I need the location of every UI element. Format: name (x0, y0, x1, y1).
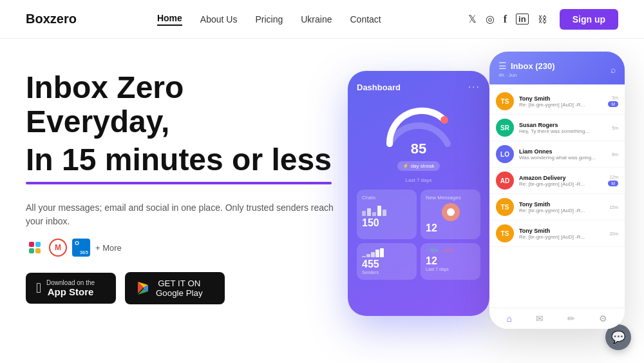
inbox-time: 8m (612, 152, 618, 157)
stats-row-2: 455 Senders ↑ 70% ↓ 30% 12 Last 7 days (357, 243, 480, 280)
contact-name: Susan Rogers (519, 122, 607, 128)
inbox-meta: 3m M (608, 95, 618, 107)
inbox-meta: 5m (612, 126, 618, 130)
contact-name: Tony Smith (519, 95, 603, 102)
inbox-time: 20m (609, 231, 618, 236)
gmail-icon: M (49, 239, 67, 257)
inbox-item[interactable]: SR Susan Rogers Hey, Ty there was someth… (489, 115, 625, 141)
appstore-text: Download on the App Store (46, 279, 95, 297)
phone-bottom-nav: ⌂ ✉ ✏ ⚙ (489, 308, 625, 329)
inbox-time: 12m (609, 175, 618, 179)
nav-pricing[interactable]: Pricing (255, 14, 283, 25)
avatar: AD (496, 172, 514, 190)
stat-last7-value: 12 (426, 255, 475, 267)
hero-phones: Dashboard ··· 85 (335, 58, 618, 363)
instagram-icon[interactable]: ◎ (486, 13, 495, 25)
avatar: TS (496, 92, 514, 110)
message-preview: Re: [br-gm-ygren] [AuD] -R... (519, 102, 603, 108)
stat-last7-label: Last 7 days (426, 267, 475, 271)
gauge: 85 ⚡ day streak (357, 102, 480, 171)
inbox-subtitle: 4h · Jun (498, 72, 555, 78)
stat-senders-label: Senders (362, 270, 412, 275)
inbox-search-icon[interactable]: ⌕ (611, 64, 616, 75)
avatar: LO (496, 145, 514, 163)
stats-row-1: Chats 150 New Me (357, 190, 480, 239)
inbox-content: Liam Onnes Was wondering what was going.… (519, 148, 607, 161)
inbox-header: ☰ Inbox (230) 4h · Jun ⌕ (489, 52, 625, 84)
avatar: SR (496, 119, 514, 137)
appstore-button[interactable]:  Download on the App Store (26, 273, 116, 304)
inbox-item[interactable]: LO Liam Onnes Was wondering what was goi… (489, 141, 625, 168)
inbox-badge: M (608, 101, 618, 107)
dashboard-menu: ··· (468, 81, 480, 93)
phone-dashboard: Dashboard ··· 85 (348, 71, 489, 316)
nav-links: Home About Us Pricing Ukraine Contact (157, 13, 381, 26)
inbox-content: Tony Smith Re: [br-gm-ygren] [AuD] -R... (519, 228, 604, 240)
nav-home[interactable]: Home (157, 13, 182, 26)
stat-chats: Chats 150 (357, 190, 417, 239)
inbox-list: TS Tony Smith Re: [br-gm-ygren] [AuD] -R… (489, 84, 625, 251)
twitter-icon[interactable]: 𝕏 (468, 13, 477, 25)
chat-icon: 💬 (611, 330, 625, 344)
googleplay-button[interactable]: GET IT ON Google Play (125, 272, 225, 304)
compose-tab-icon[interactable]: ✏ (567, 313, 575, 324)
inbox-time: 5m (612, 126, 618, 130)
contact-name: Amazon Delivery (519, 175, 603, 181)
link-icon[interactable]: ⛓ (538, 14, 547, 25)
logo[interactable]: Boxzero (26, 12, 77, 26)
inbox-time: 3m (612, 95, 618, 100)
settings-tab-icon[interactable]: ⚙ (599, 313, 607, 324)
hero-content: Inbox Zero Everyday, In 15 minutes or le… (26, 58, 335, 304)
apple-icon:  (36, 280, 41, 297)
message-preview: Re: [br-gm-ygren] [AuD] -R... (519, 234, 604, 240)
svg-point-1 (440, 116, 448, 124)
inbox-item[interactable]: TS Tony Smith Re: [br-gm-ygren] [AuD] -R… (489, 88, 625, 115)
stat-new-label: New Messages (426, 195, 475, 201)
message-preview: Re: [br-gm-ygren] [AuD] -R... (519, 181, 603, 187)
inbox-item[interactable]: TS Tony Smith Re: [br-gm-ygren] [AuD] -R… (489, 194, 625, 221)
contact-name: Tony Smith (519, 201, 604, 208)
hamburger-icon[interactable]: ☰ (498, 61, 507, 71)
streak-badge: ⚡ day streak (397, 161, 439, 171)
integrations-more[interactable]: + More (95, 243, 122, 253)
avatar: TS (496, 198, 514, 216)
signup-button[interactable]: Sign up (560, 9, 618, 30)
hero-subtitle: All your messages; email and social in o… (26, 201, 335, 228)
outlook-icon: O 365 (72, 239, 90, 257)
dashboard-title: Dashboard (357, 83, 401, 92)
inbox-item[interactable]: AD Amazon Delivery Re: [br-gm-ygren] [Au… (489, 168, 625, 194)
nav-contact[interactable]: Contact (350, 14, 381, 25)
facebook-icon[interactable]: f (504, 14, 507, 25)
contact-name: Liam Onnes (519, 148, 607, 155)
phone-inbox: ☰ Inbox (230) 4h · Jun ⌕ TS Tony Smith R… (489, 52, 625, 329)
googleplay-text: GET IT ON Google Play (156, 279, 203, 298)
inbox-tab-icon[interactable]: ✉ (536, 313, 544, 324)
inbox-meta: 20m (609, 231, 618, 236)
stat-last7-sub: ↑ 70% ↓ 30% (426, 248, 475, 253)
stat-senders-value: 455 (362, 259, 412, 270)
hero-title-line1: Inbox Zero Everyday, (26, 71, 335, 139)
gauge-value: 85 (411, 141, 426, 157)
googleplay-icon (135, 280, 151, 296)
nav-right: 𝕏 ◎ f in ⛓ Sign up (462, 9, 618, 30)
inbox-content: Amazon Delivery Re: [br-gm-ygren] [AuD] … (519, 175, 603, 187)
hero-section: Inbox Zero Everyday, In 15 minutes or le… (0, 39, 644, 363)
inbox-content: Tony Smith Re: [br-gm-ygren] [AuD] -R... (519, 201, 604, 213)
title-underline (26, 182, 332, 184)
cta-buttons:  Download on the App Store GET IT ON (26, 272, 335, 304)
phone-mockups: Dashboard ··· 85 (348, 52, 625, 363)
nav-ukraine[interactable]: Ukraine (301, 14, 332, 25)
stat-new-value: 12 (426, 222, 475, 234)
dashboard-header: Dashboard ··· (357, 81, 480, 93)
stat-new-messages: New Messages 12 (421, 190, 480, 239)
inbox-item[interactable]: TS Tony Smith Re: [br-gm-ygren] [AuD] -R… (489, 221, 625, 247)
inbox-time: 15m (609, 205, 618, 210)
last7-label: Last 7 days (357, 177, 480, 183)
message-preview: Was wondering what was going... (519, 155, 607, 161)
message-preview: Re: [br-gm-ygren] [AuD] -R... (519, 208, 604, 213)
inbox-content: Tony Smith Re: [br-gm-ygren] [AuD] -R... (519, 95, 603, 108)
linkedin-icon[interactable]: in (516, 14, 529, 25)
home-tab-icon[interactable]: ⌂ (507, 313, 512, 324)
contact-name: Tony Smith (519, 228, 604, 234)
nav-about[interactable]: About Us (200, 14, 238, 25)
